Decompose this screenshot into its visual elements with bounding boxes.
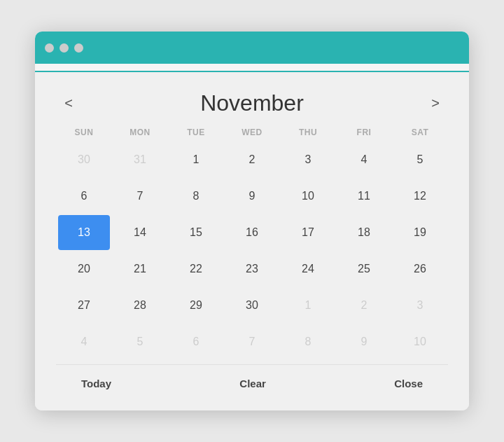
day-number[interactable]: 5 <box>114 324 166 359</box>
day-number[interactable]: 7 <box>114 179 166 214</box>
day-number[interactable]: 5 <box>394 142 446 177</box>
day-number[interactable]: 25 <box>338 251 390 286</box>
day-number[interactable]: 9 <box>338 324 390 359</box>
day-cell: 3 <box>280 141 336 178</box>
day-number[interactable]: 18 <box>338 215 390 250</box>
day-cell: 4 <box>56 324 112 360</box>
day-number[interactable]: 10 <box>282 179 334 214</box>
week-row-1: 6789101112 <box>56 178 448 214</box>
day-number[interactable]: 17 <box>282 215 334 250</box>
calendar-container: < November > SUNMONTUEWEDTHUFRISAT 30311… <box>35 72 469 410</box>
next-month-button[interactable]: > <box>423 91 448 116</box>
day-cell: 5 <box>112 324 168 360</box>
day-cell: 13 <box>56 214 112 251</box>
weekday-row: SUNMONTUEWEDTHUFRISAT <box>56 123 448 141</box>
weekday-thu: THU <box>280 123 336 141</box>
day-cell: 1 <box>280 287 336 324</box>
day-number[interactable]: 28 <box>114 288 166 323</box>
weekday-fri: FRI <box>336 123 392 141</box>
day-cell: 19 <box>392 214 448 251</box>
day-cell: 20 <box>56 251 112 287</box>
calendar-body: 3031123456789101112131415161718192021222… <box>56 141 448 360</box>
day-number[interactable]: 4 <box>58 324 110 359</box>
prev-month-button[interactable]: < <box>56 91 81 116</box>
day-number[interactable]: 8 <box>170 179 222 214</box>
day-cell: 25 <box>336 251 392 287</box>
maximize-dot[interactable] <box>74 43 83 53</box>
calendar-weekdays: SUNMONTUEWEDTHUFRISAT <box>56 123 448 141</box>
day-number[interactable]: 3 <box>394 288 446 323</box>
day-cell: 6 <box>168 324 224 360</box>
day-cell: 30 <box>224 287 280 324</box>
day-number[interactable]: 24 <box>282 251 334 286</box>
day-cell: 23 <box>224 251 280 287</box>
browser-toolbar <box>35 64 469 72</box>
day-number[interactable]: 21 <box>114 251 166 286</box>
day-number[interactable]: 4 <box>338 142 390 177</box>
day-number[interactable]: 9 <box>226 179 278 214</box>
day-number[interactable]: 8 <box>282 324 334 359</box>
day-number[interactable]: 30 <box>226 288 278 323</box>
day-cell: 16 <box>224 214 280 251</box>
calendar-header: < November > <box>56 79 448 123</box>
weekday-sun: SUN <box>56 123 112 141</box>
day-cell: 30 <box>56 141 112 178</box>
day-cell: 10 <box>392 324 448 360</box>
day-number[interactable]: 20 <box>58 251 110 286</box>
day-cell: 7 <box>224 324 280 360</box>
week-row-2: 13141516171819 <box>56 214 448 251</box>
day-number[interactable]: 27 <box>58 288 110 323</box>
day-number[interactable]: 19 <box>394 215 446 250</box>
day-number[interactable]: 10 <box>394 324 446 359</box>
weekday-sat: SAT <box>392 123 448 141</box>
calendar-grid: SUNMONTUEWEDTHUFRISAT 303112345678910111… <box>56 123 448 360</box>
day-number[interactable]: 31 <box>114 142 166 177</box>
weekday-wed: WED <box>224 123 280 141</box>
day-cell: 31 <box>112 141 168 178</box>
day-cell: 29 <box>168 287 224 324</box>
close-button[interactable]: Close <box>383 375 434 392</box>
day-number[interactable]: 22 <box>170 251 222 286</box>
day-number[interactable]: 6 <box>58 179 110 214</box>
day-cell: 28 <box>112 287 168 324</box>
day-number[interactable]: 6 <box>170 324 222 359</box>
day-cell: 2 <box>224 141 280 178</box>
day-cell: 9 <box>224 178 280 214</box>
day-cell: 10 <box>280 178 336 214</box>
calendar-footer: Today Clear Close <box>56 364 448 396</box>
day-number[interactable]: 16 <box>226 215 278 250</box>
day-number[interactable]: 1 <box>170 142 222 177</box>
minimize-dot[interactable] <box>59 43 69 53</box>
day-number[interactable]: 26 <box>394 251 446 286</box>
day-cell: 7 <box>112 178 168 214</box>
day-cell: 1 <box>168 141 224 178</box>
day-number[interactable]: 3 <box>282 142 334 177</box>
day-number[interactable]: 1 <box>282 288 334 323</box>
day-cell: 11 <box>336 178 392 214</box>
month-title: November <box>81 90 423 116</box>
day-number[interactable]: 12 <box>394 179 446 214</box>
day-cell: 27 <box>56 287 112 324</box>
day-cell: 22 <box>168 251 224 287</box>
week-row-5: 45678910 <box>56 324 448 360</box>
day-cell: 18 <box>336 214 392 251</box>
day-cell: 9 <box>336 324 392 360</box>
day-number[interactable]: 29 <box>170 288 222 323</box>
close-dot[interactable] <box>45 43 54 53</box>
day-cell: 3 <box>392 287 448 324</box>
day-number[interactable]: 7 <box>226 324 278 359</box>
day-number[interactable]: 15 <box>170 215 222 250</box>
day-cell: 15 <box>168 214 224 251</box>
day-number[interactable]: 14 <box>114 215 166 250</box>
day-cell: 24 <box>280 251 336 287</box>
today-button[interactable]: Today <box>70 375 122 392</box>
day-cell: 14 <box>112 214 168 251</box>
day-number[interactable]: 30 <box>58 142 110 177</box>
day-number[interactable]: 13 <box>58 215 110 250</box>
day-number[interactable]: 2 <box>226 142 278 177</box>
day-number[interactable]: 23 <box>226 251 278 286</box>
day-cell: 5 <box>392 141 448 178</box>
clear-button[interactable]: Clear <box>228 375 277 392</box>
day-number[interactable]: 11 <box>338 179 390 214</box>
day-number[interactable]: 2 <box>338 288 390 323</box>
